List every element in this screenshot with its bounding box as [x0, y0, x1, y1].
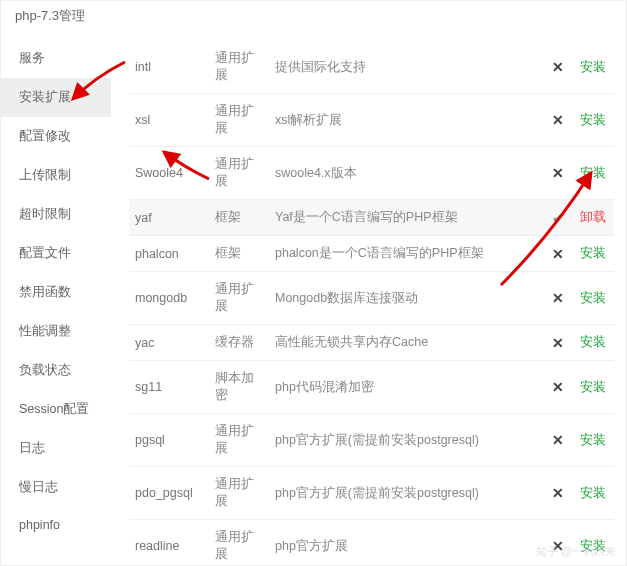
- table-row: Swoole4通用扩展swoole4.x版本✕安装: [129, 147, 614, 200]
- ext-type: 框架: [209, 200, 269, 236]
- ext-name: yaf: [129, 200, 209, 236]
- sidebar-item[interactable]: 配置文件: [1, 234, 111, 273]
- ext-type: 通用扩展: [209, 147, 269, 200]
- ext-desc: phalcon是一个C语言编写的PHP框架: [269, 236, 544, 272]
- ext-name: readline: [129, 520, 209, 566]
- ext-type: 框架: [209, 236, 269, 272]
- install-button[interactable]: 安装: [580, 291, 606, 305]
- install-button[interactable]: 安装: [580, 486, 606, 500]
- install-button[interactable]: 安装: [580, 166, 606, 180]
- ext-desc: Yaf是一个C语言编写的PHP框架: [269, 200, 544, 236]
- close-icon: ✕: [544, 94, 572, 147]
- ext-type: 脚本加密: [209, 361, 269, 414]
- close-icon: ✕: [544, 361, 572, 414]
- ext-desc: php代码混淆加密: [269, 361, 544, 414]
- close-icon: ✕: [544, 272, 572, 325]
- ext-desc: swoole4.x版本: [269, 147, 544, 200]
- ext-type: 通用扩展: [209, 467, 269, 520]
- sidebar-item[interactable]: 性能调整: [1, 312, 111, 351]
- ext-type: 通用扩展: [209, 272, 269, 325]
- ext-type: 通用扩展: [209, 41, 269, 94]
- ext-desc: xsl解析扩展: [269, 94, 544, 147]
- table-row: pdo_pgsql通用扩展php官方扩展(需提前安装postgresql)✕安装: [129, 467, 614, 520]
- close-icon: ✕: [544, 325, 572, 361]
- ext-name: yac: [129, 325, 209, 361]
- install-button[interactable]: 安装: [580, 113, 606, 127]
- ext-name: mongodb: [129, 272, 209, 325]
- watermark: 知乎 @一剑西来: [536, 544, 616, 559]
- table-row: yaf框架Yaf是一个C语言编写的PHP框架✔卸载: [129, 200, 614, 236]
- install-button[interactable]: 安装: [580, 380, 606, 394]
- ext-name: pgsql: [129, 414, 209, 467]
- ext-name: phalcon: [129, 236, 209, 272]
- ext-type: 缓存器: [209, 325, 269, 361]
- table-row: intl通用扩展提供国际化支持✕安装: [129, 41, 614, 94]
- uninstall-button[interactable]: 卸载: [580, 210, 606, 224]
- sidebar-item[interactable]: 安装扩展: [1, 78, 111, 117]
- window-title: php-7.3管理: [1, 1, 626, 33]
- ext-type: 通用扩展: [209, 94, 269, 147]
- table-row: sg11脚本加密php代码混淆加密✕安装: [129, 361, 614, 414]
- sidebar-item[interactable]: 负载状态: [1, 351, 111, 390]
- close-icon: ✕: [544, 414, 572, 467]
- ext-name: pdo_pgsql: [129, 467, 209, 520]
- sidebar-item[interactable]: 上传限制: [1, 156, 111, 195]
- ext-name: sg11: [129, 361, 209, 414]
- close-icon: ✕: [544, 236, 572, 272]
- main-panel: intl通用扩展提供国际化支持✕安装xsl通用扩展xsl解析扩展✕安装Swool…: [111, 1, 626, 565]
- table-row: yac缓存器高性能无锁共享内存Cache✕安装: [129, 325, 614, 361]
- table-row: xsl通用扩展xsl解析扩展✕安装: [129, 94, 614, 147]
- ext-desc: Mongodb数据库连接驱动: [269, 272, 544, 325]
- sidebar-item[interactable]: 超时限制: [1, 195, 111, 234]
- table-row: mongodb通用扩展Mongodb数据库连接驱动✕安装: [129, 272, 614, 325]
- ext-name: Swoole4: [129, 147, 209, 200]
- sidebar-item[interactable]: 慢日志: [1, 468, 111, 507]
- ext-desc: php官方扩展: [269, 520, 544, 566]
- sidebar-item[interactable]: Session配置: [1, 390, 111, 429]
- ext-desc: 高性能无锁共享内存Cache: [269, 325, 544, 361]
- close-icon: ✕: [544, 41, 572, 94]
- sidebar-item[interactable]: 日志: [1, 429, 111, 468]
- ext-desc: php官方扩展(需提前安装postgresql): [269, 467, 544, 520]
- table-row: pgsql通用扩展php官方扩展(需提前安装postgresql)✕安装: [129, 414, 614, 467]
- ext-desc: 提供国际化支持: [269, 41, 544, 94]
- close-icon: ✕: [544, 467, 572, 520]
- sidebar: 服务安装扩展配置修改上传限制超时限制配置文件禁用函数性能调整负载状态Sessio…: [1, 1, 111, 565]
- ext-desc: php官方扩展(需提前安装postgresql): [269, 414, 544, 467]
- ext-name: intl: [129, 41, 209, 94]
- sidebar-item[interactable]: 配置修改: [1, 117, 111, 156]
- install-button[interactable]: 安装: [580, 433, 606, 447]
- install-button[interactable]: 安装: [580, 60, 606, 74]
- install-button[interactable]: 安装: [580, 246, 606, 260]
- ext-type: 通用扩展: [209, 414, 269, 467]
- sidebar-item[interactable]: 禁用函数: [1, 273, 111, 312]
- check-icon: ✔: [544, 200, 572, 236]
- table-row: phalcon框架phalcon是一个C语言编写的PHP框架✕安装: [129, 236, 614, 272]
- install-button[interactable]: 安装: [580, 335, 606, 349]
- extensions-table: intl通用扩展提供国际化支持✕安装xsl通用扩展xsl解析扩展✕安装Swool…: [129, 41, 614, 565]
- ext-type: 通用扩展: [209, 520, 269, 566]
- sidebar-item[interactable]: 服务: [1, 39, 111, 78]
- sidebar-item[interactable]: phpinfo: [1, 507, 111, 543]
- close-icon: ✕: [544, 147, 572, 200]
- ext-name: xsl: [129, 94, 209, 147]
